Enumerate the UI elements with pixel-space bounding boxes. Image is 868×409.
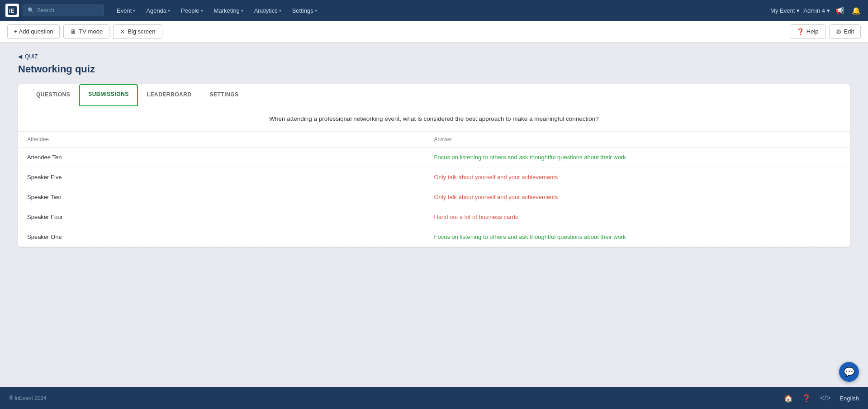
chevron-down-icon: ▾ bbox=[133, 8, 135, 13]
chevron-down-icon: ▾ bbox=[241, 8, 243, 13]
attendee-answer: Only talk about yourself and your achiev… bbox=[434, 174, 841, 181]
top-navigation: IE 🔍 Search Event ▾ Agenda ▾ People ▾ Ma… bbox=[0, 0, 868, 21]
search-icon: 🔍 bbox=[28, 7, 34, 14]
broadcast-icon[interactable]: 📢 bbox=[834, 5, 846, 17]
answer-column-header: Answer bbox=[434, 136, 841, 143]
breadcrumb[interactable]: ◀ QUIZ bbox=[18, 53, 850, 60]
nav-item-settings-label: Settings bbox=[292, 7, 313, 14]
attendee-answer: Hand out a lot of business cards bbox=[434, 214, 841, 220]
big-screen-label: Big screen bbox=[128, 28, 155, 35]
add-question-label: + Add question bbox=[14, 28, 53, 35]
logo[interactable]: IE bbox=[5, 4, 19, 17]
chevron-down-icon: ▾ bbox=[797, 7, 800, 14]
attendee-answer: Focus on listening to others and ask tho… bbox=[434, 154, 841, 161]
help-button[interactable]: ❓ Help bbox=[790, 24, 825, 39]
tab-settings[interactable]: SETTINGS bbox=[201, 84, 248, 106]
toolbar-right: ❓ Help ⚙ Edit bbox=[790, 24, 861, 39]
quiz-card: QUESTIONS SUBMISSIONS LEADERBOARD SETTIN… bbox=[18, 84, 850, 247]
nav-item-analytics-label: Analytics bbox=[254, 7, 278, 14]
nav-item-agenda-label: Agenda bbox=[146, 7, 166, 14]
help-icon[interactable]: ❓ bbox=[802, 394, 811, 403]
chevron-down-icon: ▾ bbox=[279, 8, 281, 13]
nav-item-analytics[interactable]: Analytics ▾ bbox=[250, 5, 286, 17]
tv-icon: 🖥 bbox=[70, 28, 76, 35]
attendee-name: Speaker Five bbox=[27, 174, 434, 181]
table-row: Speaker Five Only talk about yourself an… bbox=[18, 167, 850, 187]
admin-name-label: Admin 4 bbox=[803, 7, 825, 14]
breadcrumb-parent: QUIZ bbox=[25, 53, 38, 60]
chevron-down-icon: ▾ bbox=[315, 8, 317, 13]
question-text: When attending a professional networking… bbox=[18, 106, 850, 132]
language-selector[interactable]: English bbox=[840, 395, 859, 402]
main-content: ◀ QUIZ Networking quiz QUESTIONS SUBMISS… bbox=[0, 43, 868, 387]
nav-item-people[interactable]: People ▾ bbox=[176, 5, 207, 17]
tv-mode-button[interactable]: 🖥 TV mode bbox=[63, 24, 109, 39]
attendee-name: Attendee Ten bbox=[27, 154, 434, 161]
attendee-answer: Focus on listening to others and ask tho… bbox=[434, 233, 841, 240]
chevron-down-icon: ▾ bbox=[827, 7, 830, 14]
question-content: When attending a professional networking… bbox=[269, 115, 599, 122]
nav-item-event[interactable]: Event ▾ bbox=[112, 5, 140, 17]
table-row: Speaker One Focus on listening to others… bbox=[18, 227, 850, 247]
attendee-answer: Only talk about yourself and your achiev… bbox=[434, 194, 841, 200]
topnav-right: My Event ▾ Admin 4 ▾ 📢 🔔 bbox=[770, 5, 863, 17]
admin-name-dropdown[interactable]: Admin 4 ▾ bbox=[803, 7, 830, 14]
table-row: Attendee Ten Focus on listening to other… bbox=[18, 147, 850, 167]
attendee-column-header: Attendee bbox=[27, 136, 434, 143]
tab-submissions[interactable]: SUBMISSIONS bbox=[79, 84, 138, 106]
help-label: Help bbox=[806, 28, 819, 35]
search-input[interactable]: 🔍 Search bbox=[23, 5, 104, 16]
nav-item-marketing[interactable]: Marketing ▾ bbox=[209, 5, 248, 17]
help-icon: ❓ bbox=[797, 28, 804, 35]
toolbar-left: + Add question 🖥 TV mode ✕ Big screen bbox=[7, 24, 162, 39]
attendee-name: Speaker Four bbox=[27, 214, 434, 220]
code-icon[interactable]: </> bbox=[820, 394, 830, 402]
footer: ® InEvent 2024 🏠 ❓ </> English bbox=[0, 387, 868, 409]
add-question-button[interactable]: + Add question bbox=[7, 24, 60, 39]
bell-icon[interactable]: 🔔 bbox=[850, 5, 863, 17]
tab-leaderboard-label: LEADERBOARD bbox=[147, 91, 192, 98]
chevron-down-icon: ▾ bbox=[201, 8, 203, 13]
nav-item-marketing-label: Marketing bbox=[214, 7, 240, 14]
tab-settings-label: SETTINGS bbox=[210, 91, 239, 98]
chat-icon: 💬 bbox=[844, 366, 855, 377]
tab-questions-label: QUESTIONS bbox=[36, 91, 70, 98]
chevron-down-icon: ▾ bbox=[168, 8, 170, 13]
copyright-text: ® InEvent 2024 bbox=[9, 395, 47, 401]
tab-leaderboard[interactable]: LEADERBOARD bbox=[138, 84, 201, 106]
search-placeholder: Search bbox=[37, 7, 54, 14]
fullscreen-icon: ✕ bbox=[120, 28, 125, 35]
footer-right: 🏠 ❓ </> English bbox=[784, 394, 859, 403]
table-row: Speaker Four Hand out a lot of business … bbox=[18, 207, 850, 227]
page-title: Networking quiz bbox=[18, 63, 850, 75]
table-row: Speaker Two Only talk about yourself and… bbox=[18, 187, 850, 207]
nav-item-agenda[interactable]: Agenda ▾ bbox=[142, 5, 175, 17]
home-icon[interactable]: 🏠 bbox=[784, 394, 793, 403]
nav-item-people-label: People bbox=[181, 7, 199, 14]
edit-label: Edit bbox=[844, 28, 854, 35]
chat-button[interactable]: 💬 bbox=[839, 362, 859, 382]
tab-bar: QUESTIONS SUBMISSIONS LEADERBOARD SETTIN… bbox=[18, 84, 850, 106]
nav-item-event-label: Event bbox=[117, 7, 132, 14]
event-name-label: My Event bbox=[770, 7, 795, 14]
nav-item-settings[interactable]: Settings ▾ bbox=[288, 5, 322, 17]
tab-questions[interactable]: QUESTIONS bbox=[27, 84, 79, 106]
table-header: Attendee Answer bbox=[18, 132, 850, 147]
back-arrow-icon: ◀ bbox=[18, 53, 22, 60]
nav-menu: Event ▾ Agenda ▾ People ▾ Marketing ▾ An… bbox=[112, 5, 767, 17]
toolbar: + Add question 🖥 TV mode ✕ Big screen ❓ … bbox=[0, 21, 868, 43]
tab-submissions-label: SUBMISSIONS bbox=[88, 91, 129, 97]
event-name-dropdown[interactable]: My Event ▾ bbox=[770, 7, 800, 14]
attendee-name: Speaker Two bbox=[27, 194, 434, 200]
edit-button[interactable]: ⚙ Edit bbox=[829, 24, 861, 39]
edit-icon: ⚙ bbox=[836, 28, 842, 35]
tv-mode-label: TV mode bbox=[79, 28, 103, 35]
submissions-table: Attendee Answer Attendee Ten Focus on li… bbox=[18, 132, 850, 247]
svg-text:IE: IE bbox=[9, 8, 14, 14]
attendee-name: Speaker One bbox=[27, 233, 434, 240]
big-screen-button[interactable]: ✕ Big screen bbox=[113, 24, 162, 39]
